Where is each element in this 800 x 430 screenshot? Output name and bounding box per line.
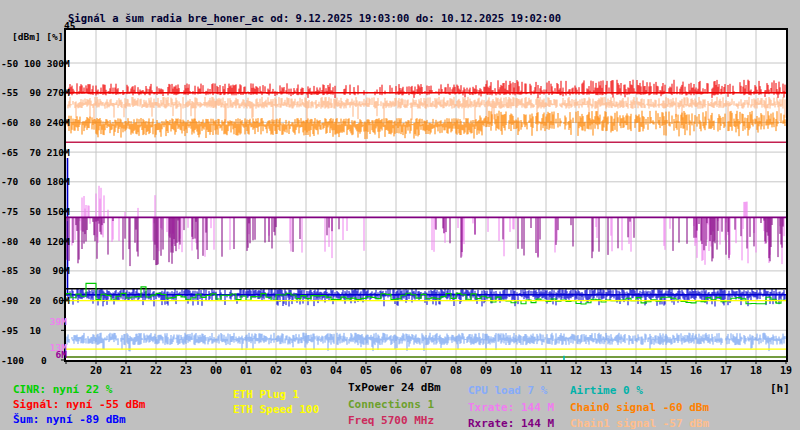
y-axis-label: -55 90 270M [1, 88, 70, 98]
hour-label: 12 [569, 366, 583, 376]
hour-label: 18 [749, 366, 763, 376]
hour-label: 14 [629, 366, 643, 376]
chart-title: Signál a šum radia bre_honer_ac od: 9.12… [68, 13, 561, 24]
hour-label: 02 [269, 366, 283, 376]
legend-noise: Šum: nyní -89 dBm [13, 414, 126, 425]
legend-airtime: Airtime 0 % [570, 385, 643, 396]
y-axis-extra-label: 6M [39, 350, 67, 360]
y-axis-label: -95 10 [1, 326, 41, 336]
y-axis-label: -75 50 150M [1, 207, 70, 217]
hour-label: 08 [449, 366, 463, 376]
y-axis-label: -90 20 60M [1, 296, 70, 306]
legend-hours-unit: [h] [770, 383, 790, 394]
y-axis-label: -50 100 300M [1, 59, 70, 69]
y-axis-label: -70 60 180M [1, 177, 70, 187]
legend-freq: Freq 5700 MHz [348, 415, 434, 426]
axis-unit-header: [dBm] [%] [12, 32, 63, 42]
y-axis-label: -85 30 90M [1, 266, 70, 276]
legend-chain1: Chain1 signal -57 dBm [570, 418, 709, 429]
axis-top-label: 45 [64, 21, 75, 31]
legend-rxrate: Rxrate: 144 M [468, 418, 554, 429]
legend-cpu-load: CPU load 7 % [468, 385, 547, 396]
legend-connections: Connections 1 [348, 399, 434, 410]
hour-label: 19 [779, 366, 793, 376]
hour-label: 00 [209, 366, 223, 376]
hour-label: 20 [89, 366, 103, 376]
legend-eth-plug: ETH Plug 1 [233, 389, 299, 400]
hour-label: 11 [539, 366, 553, 376]
y-axis-label: -65 70 210M [1, 148, 70, 158]
hour-label: 22 [149, 366, 163, 376]
legend-chain0: Chain0 signal -60 dBm [570, 402, 709, 413]
hour-label: 07 [419, 366, 433, 376]
legend-cinr: CINR: nyní 22 % [13, 384, 112, 395]
legend-signal: Signál: nyní -55 dBm [13, 399, 145, 410]
hour-label: 21 [119, 366, 133, 376]
hour-label: 09 [479, 366, 493, 376]
hour-label: 15 [659, 366, 673, 376]
y-axis-label: -80 40 120M [1, 237, 70, 247]
hour-label: 04 [329, 366, 343, 376]
legend-txrate: Txrate: 144 M [468, 402, 554, 413]
hour-label: 01 [239, 366, 253, 376]
legend-txpower: TxPower 24 dBm [348, 382, 441, 393]
y-axis-extra-label: 39M [39, 317, 67, 327]
hour-label: 17 [719, 366, 733, 376]
hour-label: 16 [689, 366, 703, 376]
hour-label: 05 [359, 366, 373, 376]
legend-eth-speed: ETH Speed 100 [233, 404, 319, 415]
rrd-graph-page: Signál a šum radia bre_honer_ac od: 9.12… [0, 0, 800, 430]
hour-label: 13 [599, 366, 613, 376]
hour-label: 03 [299, 366, 313, 376]
hour-label: 10 [509, 366, 523, 376]
hour-label: 23 [179, 366, 193, 376]
hour-label: 06 [389, 366, 403, 376]
y-axis-label: -60 80 240M [1, 118, 70, 128]
